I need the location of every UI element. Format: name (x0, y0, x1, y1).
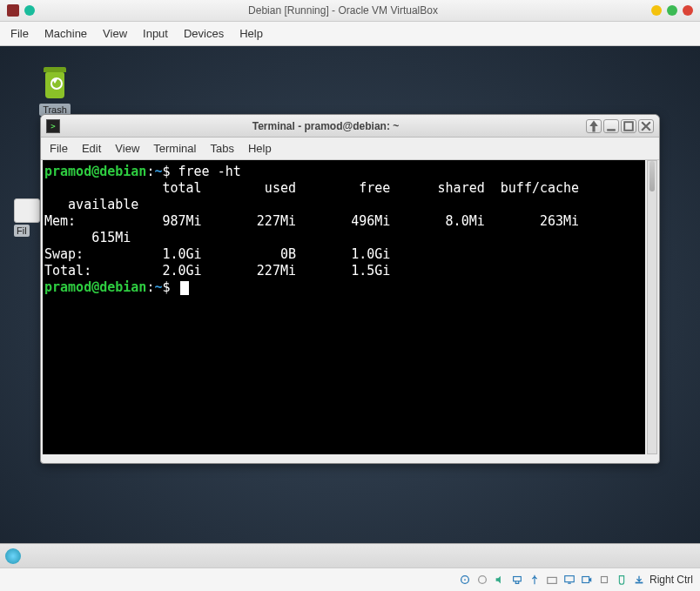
files-icon (14, 198, 40, 223)
svg-rect-10 (601, 577, 607, 583)
term-menu-edit[interactable]: Edit (82, 142, 101, 155)
terminal-window[interactable]: Terminal - pramod@debian: ~ File Edit Vi… (40, 114, 660, 464)
term-menu-file[interactable]: File (50, 142, 68, 155)
status-shared-folder-icon[interactable] (545, 573, 559, 587)
trash-icon (37, 65, 73, 102)
terminal-maximize-button[interactable] (621, 119, 636, 133)
svg-rect-6 (548, 577, 557, 583)
svg-point-4 (479, 576, 487, 584)
status-hostkey-icon[interactable] (632, 573, 646, 587)
minimize-button[interactable] (651, 5, 662, 16)
vbox-statusbar: Right Ctrl (0, 567, 700, 591)
start-menu-button[interactable] (5, 548, 21, 564)
menu-devices[interactable]: Devices (184, 27, 224, 40)
terminal-app-icon (46, 119, 60, 133)
status-display-icon[interactable] (562, 573, 576, 587)
status-cpu-icon[interactable] (597, 573, 611, 587)
menu-view[interactable]: View (103, 27, 127, 40)
guest-taskbar[interactable] (0, 543, 700, 567)
status-optical-icon[interactable] (475, 573, 489, 587)
svg-rect-5 (514, 577, 522, 581)
terminal-titlebar[interactable]: Terminal - pramod@debian: ~ (41, 115, 659, 138)
terminal-ontop-button[interactable] (586, 119, 602, 133)
svg-rect-7 (565, 576, 575, 582)
vbox-titlebar: Debian [Running] - Oracle VM VirtualBox (0, 0, 700, 22)
vbox-menubar: File Machine View Input Devices Help (0, 22, 700, 46)
svg-point-3 (464, 579, 466, 581)
scroll-thumb[interactable] (650, 161, 655, 191)
titlebar-dot-icon (24, 5, 35, 16)
menu-file[interactable]: File (10, 27, 29, 40)
terminal-minimize-button[interactable] (603, 119, 619, 133)
guest-desktop[interactable]: Trash Fil Terminal - pramod@debian: ~ (0, 46, 700, 567)
status-hostkey-label: Right Ctrl (650, 574, 693, 586)
terminal-menubar: File Edit View Terminal Tabs Help (41, 138, 659, 160)
svg-rect-1 (624, 122, 633, 131)
status-recording-icon[interactable] (580, 573, 594, 587)
menu-input[interactable]: Input (143, 27, 168, 40)
terminal-output[interactable]: pramod@debian:~$ free -ht total used fre… (43, 160, 645, 454)
vbox-app-icon (7, 4, 19, 17)
svg-rect-11 (636, 582, 643, 584)
svg-rect-8 (568, 583, 571, 584)
status-mouse-icon[interactable] (615, 573, 629, 587)
files-label: Fil (14, 225, 30, 237)
window-traffic-lights (651, 5, 693, 16)
term-menu-terminal[interactable]: Terminal (153, 142, 196, 155)
term-menu-view[interactable]: View (115, 142, 139, 155)
terminal-close-button[interactable] (638, 119, 654, 133)
term-menu-tabs[interactable]: Tabs (210, 142, 233, 155)
desktop-files-partial[interactable]: Fil (14, 198, 40, 237)
terminal-scrollbar[interactable] (647, 160, 657, 454)
svg-rect-9 (582, 577, 589, 583)
svg-rect-0 (607, 129, 616, 131)
status-audio-icon[interactable] (493, 573, 507, 587)
desktop-trash[interactable]: Trash (37, 65, 73, 116)
menu-machine[interactable]: Machine (44, 27, 87, 40)
menu-help[interactable]: Help (239, 27, 263, 40)
terminal-title: Terminal - pramod@debian: ~ (65, 120, 586, 132)
vbox-window-title: Debian [Running] - Oracle VM VirtualBox (35, 4, 651, 17)
status-hdd-icon[interactable] (458, 573, 472, 587)
term-menu-help[interactable]: Help (248, 142, 272, 155)
maximize-button[interactable] (667, 5, 677, 16)
status-network-icon[interactable] (510, 573, 524, 587)
status-usb-icon[interactable] (528, 573, 542, 587)
close-button[interactable] (683, 5, 693, 16)
